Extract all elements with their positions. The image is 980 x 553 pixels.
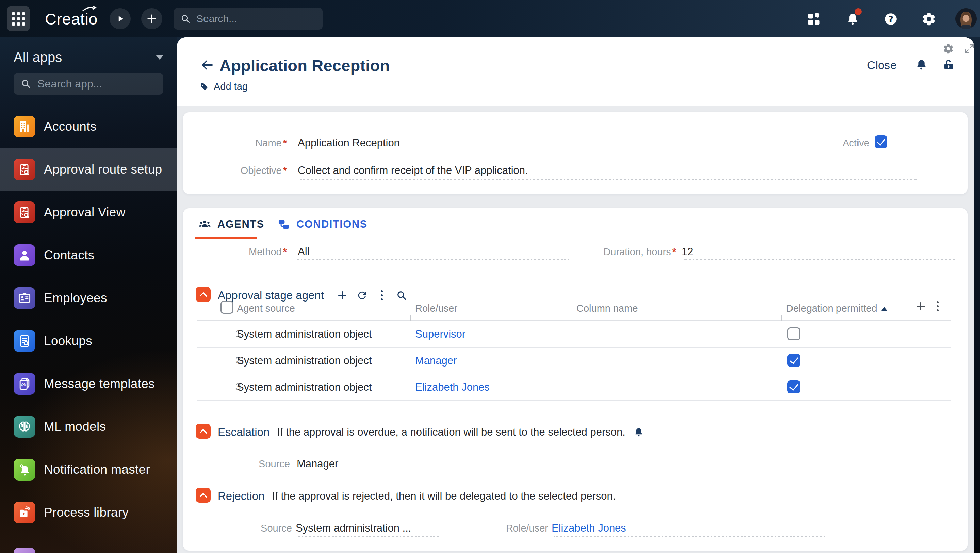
sidebar-item-process-library[interactable]: Process library xyxy=(0,491,177,534)
add-tag-button[interactable]: Add tag xyxy=(199,81,248,92)
back-button[interactable] xyxy=(199,57,215,73)
tab-agents[interactable]: AGENTS xyxy=(198,218,264,231)
expand-icon xyxy=(964,43,974,54)
add-tag-label: Add tag xyxy=(214,81,248,92)
sidebar-item-ml-models[interactable]: ML models xyxy=(0,405,177,448)
avatar[interactable] xyxy=(956,8,977,29)
app-search[interactable] xyxy=(14,73,163,95)
play-button[interactable] xyxy=(110,8,130,29)
column-agent-source[interactable]: Agent source xyxy=(237,303,295,314)
add-column-button[interactable] xyxy=(915,300,927,312)
building-icon xyxy=(14,116,35,137)
column-delegation-permitted[interactable]: Delegation permitted xyxy=(786,303,888,314)
table-header: Agent source Role/user Column name Deleg… xyxy=(183,297,968,320)
delegation-permitted-checkbox[interactable] xyxy=(788,327,800,340)
page-settings-button[interactable] xyxy=(943,43,954,54)
lookup-icon xyxy=(14,330,35,352)
delegation-permitted-checkbox[interactable] xyxy=(788,381,800,394)
record-notifications-button[interactable] xyxy=(915,58,928,72)
sidebar-item-notification-master[interactable]: Notification master xyxy=(0,448,177,491)
sidebar-item-approval-view[interactable]: Approval View xyxy=(0,191,177,234)
expand-button[interactable] xyxy=(964,43,974,54)
play-icon xyxy=(115,13,126,24)
table-row[interactable]: 3System administration objectElizabeth J… xyxy=(197,374,951,401)
tab-conditions-label: CONDITIONS xyxy=(296,218,368,230)
app-menu-button[interactable] xyxy=(7,6,30,31)
app-search-input[interactable] xyxy=(37,77,156,91)
main-panel: Application Reception Close Add tag Name… xyxy=(177,37,974,553)
close-button[interactable]: Close xyxy=(867,59,897,72)
help-icon: ? xyxy=(883,11,898,27)
sidebar-item-message-templates[interactable]: @Message templates xyxy=(0,362,177,405)
detail-card: AGENTS CONDITIONS Method All Duration, h… xyxy=(183,208,968,551)
escalation-description: If the approval is overdue, a notificati… xyxy=(277,426,625,438)
sidebar-item-label: Lookups xyxy=(44,334,92,348)
workspace-selector[interactable]: All apps xyxy=(14,50,163,65)
gear-icon xyxy=(921,11,937,27)
settings-button[interactable] xyxy=(920,10,939,29)
sidebar-item-label: Accounts xyxy=(44,120,97,134)
notifications-button[interactable] xyxy=(843,10,862,29)
table-row[interactable]: 2System administration objectManager xyxy=(197,347,951,375)
role-user-link[interactable]: Elizabeth Jones xyxy=(415,381,490,394)
sidebar-item-label: ML models xyxy=(44,419,106,434)
sidebar-item-label: Approval View xyxy=(44,205,126,220)
sidebar-item-label: Contacts xyxy=(44,248,94,262)
conditions-icon xyxy=(277,218,290,231)
rejection-collapse-button[interactable] xyxy=(196,488,211,503)
escalation-title: Escalation xyxy=(218,426,269,439)
column-role-user[interactable]: Role/user xyxy=(415,303,457,314)
active-checkbox[interactable] xyxy=(875,135,888,148)
app-icon-partial[interactable] xyxy=(14,548,35,553)
escalation-bell-icon[interactable] xyxy=(633,426,644,438)
sidebar-item-accounts[interactable]: Accounts xyxy=(0,105,177,148)
sidebar-item-label: Approval route setup xyxy=(44,163,162,177)
add-button[interactable] xyxy=(141,8,162,29)
sidebar-item-label: Notification master xyxy=(44,462,150,477)
approval-icon xyxy=(14,159,35,180)
dashboard-button[interactable] xyxy=(804,10,824,29)
approval-icon xyxy=(14,201,35,223)
search-icon xyxy=(180,13,191,24)
sidebar-item-lookups[interactable]: Lookups xyxy=(0,320,177,362)
creatio-logo: Creatio xyxy=(45,10,98,28)
sidebar-item-contacts[interactable]: Contacts xyxy=(0,234,177,277)
duration-label: Duration, hours xyxy=(574,246,676,258)
rejection-description: If the approval is rejected, then it wil… xyxy=(272,490,616,502)
escalation-source-label: Source xyxy=(222,458,290,470)
global-search-input[interactable] xyxy=(196,13,328,25)
gear-icon xyxy=(943,43,954,54)
delegation-permitted-checkbox[interactable] xyxy=(788,354,800,367)
rejection-source-label: Source xyxy=(224,523,292,534)
logo-arrow-icon xyxy=(81,5,97,13)
process-icon xyxy=(14,502,35,523)
tab-conditions[interactable]: CONDITIONS xyxy=(277,218,368,231)
tag-icon xyxy=(199,82,209,92)
help-button[interactable]: ? xyxy=(881,10,900,29)
lock-button[interactable] xyxy=(942,58,956,72)
sidebar-item-label: Message templates xyxy=(44,377,155,391)
sidebar: All apps AccountsApproval route setupApp… xyxy=(0,37,177,553)
active-tab-indicator xyxy=(195,237,257,239)
escalation-collapse-button[interactable] xyxy=(196,424,211,439)
lock-icon xyxy=(942,58,956,72)
svg-text:?: ? xyxy=(888,14,893,24)
table-row[interactable]: 1System administration objectSupervisor xyxy=(197,320,951,348)
objective-label: Objective xyxy=(219,165,287,176)
idcard-icon xyxy=(14,287,35,309)
table-more-button[interactable] xyxy=(932,300,944,312)
chevron-up-icon xyxy=(199,492,207,500)
global-search[interactable] xyxy=(174,8,323,30)
role-user-link[interactable]: Supervisor xyxy=(415,328,466,340)
sidebar-item-label: Employees xyxy=(44,291,107,305)
avatar-photo xyxy=(956,8,977,29)
plus-icon xyxy=(146,13,158,24)
chevron-up-icon xyxy=(199,429,207,437)
page-header: Application Reception Close Add tag xyxy=(177,37,974,106)
agent-source-cell: System administration object xyxy=(237,355,372,367)
select-all-checkbox[interactable] xyxy=(221,301,234,314)
column-column-name[interactable]: Column name xyxy=(576,303,638,314)
role-user-link[interactable]: Manager xyxy=(415,355,457,367)
sidebar-item-approval-route-setup[interactable]: Approval route setup xyxy=(0,148,177,191)
sidebar-item-employees[interactable]: Employees xyxy=(0,277,177,320)
